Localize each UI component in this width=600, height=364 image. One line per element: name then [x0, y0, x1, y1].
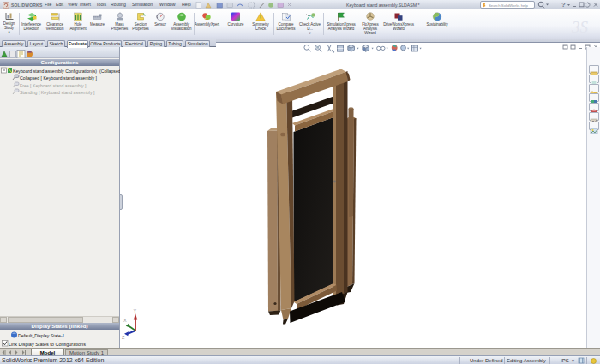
- svg-text:3S: 3S: [571, 18, 589, 36]
- svg-text:X: X: [123, 318, 127, 323]
- svg-text:Y: Y: [134, 308, 137, 313]
- svg-text:?: ?: [561, 1, 566, 9]
